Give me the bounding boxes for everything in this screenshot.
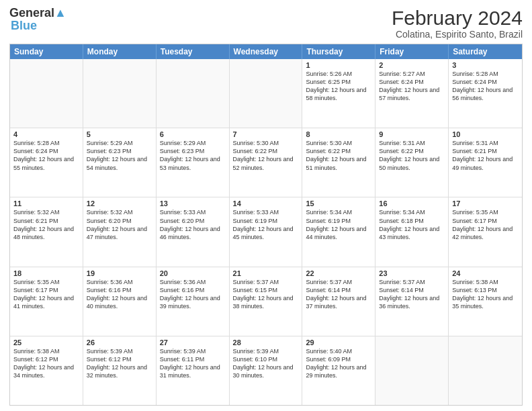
calendar-cell: 6Sunrise: 5:29 AM Sunset: 6:23 PM Daylig… [157, 128, 230, 197]
calendar-cell: 21Sunrise: 5:37 AM Sunset: 6:15 PM Dayli… [230, 267, 303, 336]
day-header-friday: Friday [375, 44, 449, 59]
subtitle: Colatina, Espirito Santo, Brazil [392, 29, 523, 40]
day-info: Sunrise: 5:28 AM Sunset: 6:24 PM Dayligh… [13, 139, 79, 172]
day-info: Sunrise: 5:34 AM Sunset: 6:18 PM Dayligh… [379, 208, 445, 241]
calendar-cell: 9Sunrise: 5:31 AM Sunset: 6:22 PM Daylig… [375, 128, 449, 197]
day-info: Sunrise: 5:36 AM Sunset: 6:16 PM Dayligh… [160, 278, 226, 311]
calendar-row-1: 4Sunrise: 5:28 AM Sunset: 6:24 PM Daylig… [10, 128, 522, 197]
day-number: 8 [306, 130, 371, 138]
day-info: Sunrise: 5:32 AM Sunset: 6:20 PM Dayligh… [87, 208, 152, 241]
day-info: Sunrise: 5:40 AM Sunset: 6:09 PM Dayligh… [306, 347, 371, 380]
day-number: 29 [306, 338, 371, 347]
day-info: Sunrise: 5:38 AM Sunset: 6:13 PM Dayligh… [452, 278, 519, 311]
day-header-thursday: Thursday [302, 44, 375, 59]
calendar-cell: 17Sunrise: 5:35 AM Sunset: 6:17 PM Dayli… [449, 197, 522, 266]
day-number: 23 [379, 269, 445, 277]
day-header-sunday: Sunday [10, 44, 83, 59]
day-header-wednesday: Wednesday [230, 44, 303, 59]
calendar-cell: 2Sunrise: 5:27 AM Sunset: 6:24 PM Daylig… [375, 59, 449, 128]
calendar-cell: 20Sunrise: 5:36 AM Sunset: 6:16 PM Dayli… [157, 267, 230, 336]
day-number: 22 [306, 269, 371, 277]
day-number: 4 [13, 130, 79, 138]
day-header-monday: Monday [83, 44, 157, 59]
day-number: 5 [87, 130, 152, 138]
day-number: 17 [452, 199, 519, 208]
day-info: Sunrise: 5:32 AM Sunset: 6:21 PM Dayligh… [13, 208, 79, 241]
calendar-cell: 24Sunrise: 5:38 AM Sunset: 6:13 PM Dayli… [449, 267, 522, 336]
day-info: Sunrise: 5:37 AM Sunset: 6:14 PM Dayligh… [379, 278, 445, 311]
calendar-cell [230, 59, 303, 128]
calendar-cell: 12Sunrise: 5:32 AM Sunset: 6:20 PM Dayli… [83, 197, 157, 266]
calendar-cell: 1Sunrise: 5:26 AM Sunset: 6:25 PM Daylig… [302, 59, 375, 128]
day-info: Sunrise: 5:39 AM Sunset: 6:12 PM Dayligh… [87, 347, 152, 380]
calendar-cell [10, 59, 83, 128]
day-info: Sunrise: 5:34 AM Sunset: 6:19 PM Dayligh… [306, 208, 371, 241]
calendar-cell: 4Sunrise: 5:28 AM Sunset: 6:24 PM Daylig… [10, 128, 83, 197]
calendar-cell: 14Sunrise: 5:33 AM Sunset: 6:19 PM Dayli… [230, 197, 303, 266]
day-info: Sunrise: 5:26 AM Sunset: 6:25 PM Dayligh… [306, 70, 371, 103]
day-info: Sunrise: 5:35 AM Sunset: 6:17 PM Dayligh… [452, 208, 519, 241]
main-title: February 2024 [392, 7, 523, 29]
calendar-row-3: 18Sunrise: 5:35 AM Sunset: 6:17 PM Dayli… [10, 267, 522, 336]
day-number: 10 [452, 130, 519, 138]
day-number: 3 [452, 61, 519, 69]
calendar-cell: 27Sunrise: 5:39 AM Sunset: 6:11 PM Dayli… [157, 336, 230, 405]
day-info: Sunrise: 5:35 AM Sunset: 6:17 PM Dayligh… [13, 278, 79, 311]
day-number: 11 [13, 199, 79, 208]
day-number: 1 [306, 61, 371, 69]
calendar-cell: 13Sunrise: 5:33 AM Sunset: 6:20 PM Dayli… [157, 197, 230, 266]
calendar-cell: 16Sunrise: 5:34 AM Sunset: 6:18 PM Dayli… [375, 197, 449, 266]
title-block: February 2024 Colatina, Espirito Santo, … [392, 7, 523, 40]
logo: General▲ Blue [9, 7, 66, 33]
day-info: Sunrise: 5:39 AM Sunset: 6:11 PM Dayligh… [160, 347, 226, 380]
day-info: Sunrise: 5:29 AM Sunset: 6:23 PM Dayligh… [87, 139, 152, 172]
day-info: Sunrise: 5:28 AM Sunset: 6:24 PM Dayligh… [452, 70, 519, 103]
day-number: 15 [306, 199, 371, 208]
day-info: Sunrise: 5:36 AM Sunset: 6:16 PM Dayligh… [87, 278, 152, 311]
calendar-cell: 18Sunrise: 5:35 AM Sunset: 6:17 PM Dayli… [10, 267, 83, 336]
calendar: SundayMondayTuesdayWednesdayThursdayFrid… [9, 44, 523, 406]
day-number: 20 [160, 269, 226, 277]
day-number: 25 [13, 338, 79, 347]
calendar-body: 1Sunrise: 5:26 AM Sunset: 6:25 PM Daylig… [10, 59, 522, 405]
day-number: 2 [379, 61, 445, 69]
day-info: Sunrise: 5:37 AM Sunset: 6:15 PM Dayligh… [233, 278, 299, 311]
day-info: Sunrise: 5:33 AM Sunset: 6:20 PM Dayligh… [160, 208, 226, 241]
calendar-cell: 19Sunrise: 5:36 AM Sunset: 6:16 PM Dayli… [83, 267, 157, 336]
calendar-cell: 22Sunrise: 5:37 AM Sunset: 6:14 PM Dayli… [302, 267, 375, 336]
day-info: Sunrise: 5:31 AM Sunset: 6:21 PM Dayligh… [452, 139, 519, 172]
day-number: 14 [233, 199, 299, 208]
day-number: 27 [160, 338, 226, 347]
day-header-tuesday: Tuesday [157, 44, 230, 59]
day-number: 7 [233, 130, 299, 138]
day-number: 24 [452, 269, 519, 277]
calendar-cell: 5Sunrise: 5:29 AM Sunset: 6:23 PM Daylig… [83, 128, 157, 197]
calendar-cell: 29Sunrise: 5:40 AM Sunset: 6:09 PM Dayli… [302, 336, 375, 405]
day-info: Sunrise: 5:30 AM Sunset: 6:22 PM Dayligh… [306, 139, 371, 172]
day-header-saturday: Saturday [449, 44, 522, 59]
day-number: 19 [87, 269, 152, 277]
day-number: 28 [233, 338, 299, 347]
calendar-row-2: 11Sunrise: 5:32 AM Sunset: 6:21 PM Dayli… [10, 197, 522, 266]
logo-blue: Blue [11, 19, 37, 33]
day-number: 26 [87, 338, 152, 347]
day-number: 16 [379, 199, 445, 208]
calendar-cell: 11Sunrise: 5:32 AM Sunset: 6:21 PM Dayli… [10, 197, 83, 266]
day-info: Sunrise: 5:37 AM Sunset: 6:14 PM Dayligh… [306, 278, 371, 311]
calendar-cell: 3Sunrise: 5:28 AM Sunset: 6:24 PM Daylig… [449, 59, 522, 128]
day-number: 21 [233, 269, 299, 277]
calendar-header: SundayMondayTuesdayWednesdayThursdayFrid… [10, 44, 522, 59]
calendar-cell [157, 59, 230, 128]
calendar-cell: 10Sunrise: 5:31 AM Sunset: 6:21 PM Dayli… [449, 128, 522, 197]
day-info: Sunrise: 5:38 AM Sunset: 6:12 PM Dayligh… [13, 347, 79, 380]
calendar-cell: 26Sunrise: 5:39 AM Sunset: 6:12 PM Dayli… [83, 336, 157, 405]
calendar-cell: 23Sunrise: 5:37 AM Sunset: 6:14 PM Dayli… [375, 267, 449, 336]
day-info: Sunrise: 5:27 AM Sunset: 6:24 PM Dayligh… [379, 70, 445, 103]
calendar-row-0: 1Sunrise: 5:26 AM Sunset: 6:25 PM Daylig… [10, 59, 522, 128]
calendar-cell [83, 59, 157, 128]
calendar-cell [375, 336, 449, 405]
calendar-cell [449, 336, 522, 405]
day-number: 9 [379, 130, 445, 138]
calendar-cell: 8Sunrise: 5:30 AM Sunset: 6:22 PM Daylig… [302, 128, 375, 197]
calendar-cell: 7Sunrise: 5:30 AM Sunset: 6:22 PM Daylig… [230, 128, 303, 197]
